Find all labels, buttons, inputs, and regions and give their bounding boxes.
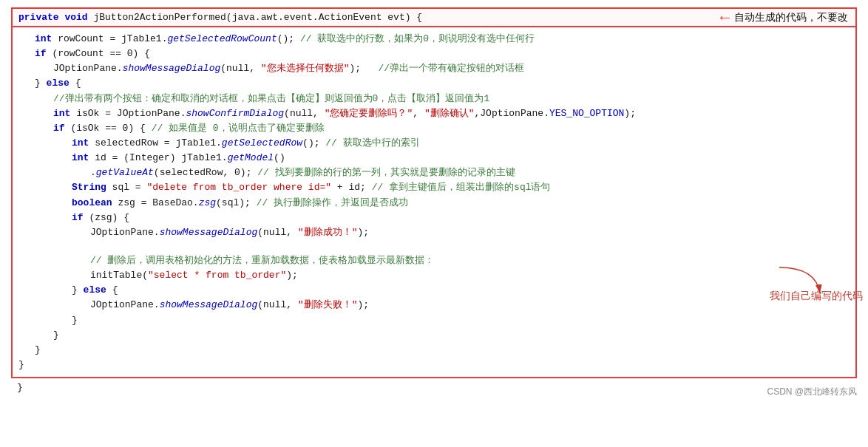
left-arrow-icon: ← bbox=[720, 8, 730, 27]
watermark-text: CSDN @西北峰转东风 bbox=[767, 386, 857, 397]
code-line-7: if (isOk == 0) { // 如果值是 0，说明点击了确定要删除 bbox=[13, 121, 855, 136]
code-line-21: } bbox=[13, 328, 855, 343]
code-line-2: if (rowCount == 0) { bbox=[13, 47, 855, 61]
code-line-5: //弹出带有两个按钮：确定和取消的对话框，如果点击【确定】则返回值为0，点击【取… bbox=[13, 92, 855, 106]
code-line-empty bbox=[13, 240, 855, 253]
code-line-22: } bbox=[13, 343, 855, 358]
page-wrapper: private void jButton2ActionPerformed(jav… bbox=[0, 0, 868, 404]
top-annotation-text: 自动生成的代码，不要改 bbox=[734, 11, 848, 24]
code-line-1: int rowCount = jTable1.getSelectedRowCou… bbox=[13, 32, 855, 47]
code-line-16: // 删除后，调用表格初始化的方法，重新加载数据，使表格加载显示最新数据： bbox=[13, 253, 855, 268]
top-annotation-container: ← 自动生成的代码，不要改 bbox=[720, 8, 848, 27]
bottom-annotation-text: 我们自己编写的代码 bbox=[770, 290, 863, 303]
code-line-14: JOptionPane.showMessageDialog(null, "删除成… bbox=[13, 225, 855, 240]
code-line-12: boolean zsg = BaseDao.zsg(sql); // 执行删除操… bbox=[13, 196, 855, 211]
code-line-18: } else { bbox=[13, 283, 855, 298]
code-line-6: int isOk = JOptionPane.showConfirmDialog… bbox=[13, 106, 855, 121]
code-line-9: int id = (Integer) jTable1.getModel() bbox=[13, 151, 855, 166]
code-line-13: if (zsg) { bbox=[13, 211, 855, 225]
method-signature-text: private void jButton2ActionPerformed(jav… bbox=[18, 12, 422, 23]
code-line-11: String sql = "delete from tb_order where… bbox=[13, 180, 855, 195]
code-line-10: .getValueAt(selectedRow, 0); // 找到要删除的行的… bbox=[13, 166, 855, 180]
code-line-23: } bbox=[13, 358, 855, 372]
method-signature-block: private void jButton2ActionPerformed(jav… bbox=[11, 7, 857, 27]
main-code-block: int rowCount = jTable1.getSelectedRowCou… bbox=[11, 27, 857, 378]
code-line-3: JOptionPane.showMessageDialog(null, "您未选… bbox=[13, 61, 855, 76]
closing-brace: } bbox=[11, 378, 857, 397]
code-line-17: initTable("select * from tb_order"); bbox=[13, 268, 855, 283]
bottom-annotation-container: 我们自己编写的代码 bbox=[770, 260, 833, 303]
closing-brace-text: } bbox=[17, 382, 23, 393]
code-line-20: } bbox=[13, 313, 855, 328]
csdn-watermark: CSDN @西北峰转东风 bbox=[767, 386, 857, 398]
code-line-19: JOptionPane.showMessageDialog(null, "删除失… bbox=[13, 298, 855, 313]
code-line-4: } else { bbox=[13, 76, 855, 91]
code-line-8: int selectedRow = jTable1.getSelectedRow… bbox=[13, 136, 855, 151]
